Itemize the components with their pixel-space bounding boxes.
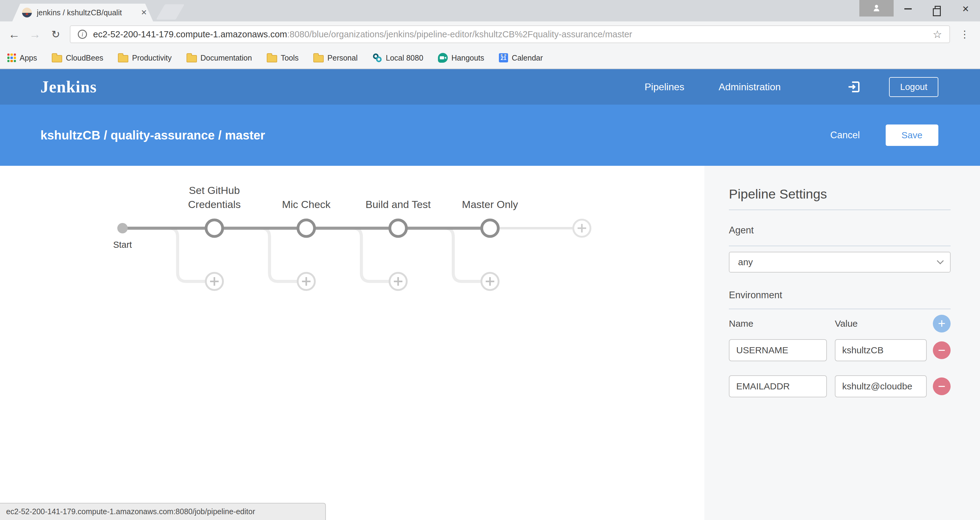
tab-strip: jenkins / kshultzCB/qualit ✕ ✕ (0, 0, 980, 21)
new-tab-button[interactable] (156, 4, 185, 20)
save-button[interactable]: Save (886, 125, 939, 146)
cancel-button[interactable]: Cancel (830, 130, 860, 141)
hangouts-icon (438, 53, 448, 63)
bookmark-cloudbees[interactable]: CloudBees (52, 53, 103, 62)
bookmark-hangouts[interactable]: Hangouts (438, 53, 484, 63)
bookmark-documentation[interactable]: Documentation (186, 53, 252, 62)
stage-label: Build and Test (366, 198, 431, 210)
tab-title: jenkins / kshultzCB/qualit (37, 8, 134, 17)
editor-content: Set GitHub Credentials Mic Check Build a… (0, 166, 980, 520)
browser-toolbar: ← → ↻ i ec2-52-200-141-179.compute-1.ama… (0, 21, 980, 47)
bookmark-label: Tools (281, 54, 299, 62)
restore-icon (935, 6, 941, 12)
bookmark-label: CloudBees (66, 54, 103, 62)
pipeline-settings-panel: Pipeline Settings Agent any Environment … (705, 166, 980, 520)
url-path: :8080/blue/organizations/jenkins/pipelin… (287, 29, 632, 39)
bookmark-productivity[interactable]: Productivity (118, 53, 172, 62)
minimize-button[interactable] (894, 0, 923, 18)
env-name-input[interactable] (729, 375, 827, 397)
env-value-input[interactable] (835, 339, 927, 361)
bookmark-label: Hangouts (452, 54, 484, 62)
folder-icon (186, 55, 197, 62)
restore-button[interactable] (923, 0, 951, 18)
reload-button[interactable]: ↻ (45, 28, 66, 40)
divider (729, 309, 951, 309)
folder-icon (313, 55, 324, 62)
folder-icon (267, 55, 277, 62)
close-window-button[interactable]: ✕ (951, 0, 980, 18)
stage-node-set-github-credentials[interactable] (206, 220, 223, 236)
forward-button: → (24, 28, 45, 41)
window-controls: ✕ (859, 0, 980, 21)
logout-button[interactable]: Logout (889, 77, 939, 97)
stage-label: Master Only (462, 198, 518, 210)
chevron-down-icon (937, 257, 944, 264)
url-text: ec2-52-200-141-179.compute-1.amazonaws.c… (93, 29, 632, 40)
editor-actions: Cancel Save (830, 125, 980, 146)
env-value-input[interactable] (835, 375, 927, 397)
stage-label: Mic Check (282, 198, 331, 210)
bookmark-label: Documentation (200, 54, 252, 62)
pipeline-breadcrumb: kshultzCB / quality-assurance / master (40, 128, 265, 142)
stage-node-build-and-test[interactable] (390, 220, 406, 236)
bookmark-label: Productivity (132, 54, 172, 62)
bookmark-star-icon[interactable]: ☆ (933, 28, 942, 40)
close-window-icon: ✕ (962, 4, 969, 14)
agent-label: Agent (729, 225, 951, 236)
blueocean-icon (372, 53, 382, 63)
add-env-var-button[interactable]: + (933, 315, 951, 333)
remove-env-var-button[interactable]: − (933, 341, 951, 359)
folder-icon (118, 55, 128, 62)
minimize-icon (904, 8, 912, 10)
bookmark-tools[interactable]: Tools (267, 53, 299, 62)
remove-env-var-button[interactable]: − (933, 377, 951, 395)
profile-button[interactable] (859, 0, 894, 16)
add-stage-button[interactable] (573, 220, 590, 237)
divider (729, 246, 951, 246)
bookmark-calendar[interactable]: 21 Calendar (499, 53, 542, 62)
browser-menu-icon[interactable]: ⋮ (959, 29, 971, 40)
bookmark-label: Personal (328, 54, 358, 62)
apps-grid-icon (7, 54, 16, 62)
bookmark-label: Local 8080 (386, 54, 423, 62)
back-button[interactable]: ← (4, 28, 24, 41)
person-icon (872, 3, 881, 13)
agent-select[interactable]: any (729, 252, 951, 273)
stage-node-mic-check[interactable] (298, 220, 315, 236)
environment-label: Environment (729, 290, 951, 301)
tab-title-fade (123, 4, 136, 21)
jenkins-header: Jenkins Pipelines Administration Logout (0, 69, 980, 105)
start-node (117, 223, 128, 233)
env-row: − (729, 339, 951, 361)
tab-close-icon[interactable]: ✕ (141, 4, 147, 21)
bookmark-personal[interactable]: Personal (313, 53, 358, 62)
calendar-icon: 21 (499, 53, 508, 62)
bookmark-apps[interactable]: Apps (7, 54, 37, 62)
nav-administration[interactable]: Administration (719, 81, 781, 93)
folder-icon (52, 55, 62, 62)
jenkins-logo[interactable]: Jenkins (40, 78, 97, 96)
address-bar[interactable]: i ec2-52-200-141-179.compute-1.amazonaws… (70, 25, 950, 43)
start-label: Start (113, 240, 132, 250)
nav-pipelines[interactable]: Pipelines (645, 81, 684, 93)
add-branch-button[interactable] (481, 273, 499, 290)
agent-selected-value: any (738, 257, 753, 267)
browser-window: jenkins / kshultzCB/qualit ✕ ✕ ← → ↻ i e… (0, 0, 980, 520)
logout-exit-icon[interactable] (847, 80, 861, 94)
stage-label: Credentials (188, 198, 241, 210)
stage-label: Set GitHub (189, 184, 240, 196)
pipeline-graph: Set GitHub Credentials Mic Check Build a… (0, 166, 705, 520)
jenkins-nav: Pipelines Administration Logout (645, 77, 980, 97)
browser-tab[interactable]: jenkins / kshultzCB/qualit ✕ (12, 4, 153, 21)
url-host: ec2-52-200-141-179.compute-1.amazonaws.c… (93, 29, 287, 39)
bookmark-local-8080[interactable]: Local 8080 (372, 53, 423, 63)
status-url-bubble: ec2-52-200-141-179.compute-1.amazonaws.c… (0, 503, 326, 520)
divider (729, 209, 951, 210)
env-name-input[interactable] (729, 339, 827, 361)
bookmarks-bar: Apps CloudBees Productivity Documentatio… (0, 47, 980, 69)
add-branch-button[interactable] (390, 273, 407, 290)
info-icon[interactable]: i (78, 30, 87, 39)
stage-node-master-only[interactable] (482, 220, 498, 236)
add-branch-button[interactable] (298, 273, 315, 290)
add-branch-button[interactable] (206, 273, 223, 290)
